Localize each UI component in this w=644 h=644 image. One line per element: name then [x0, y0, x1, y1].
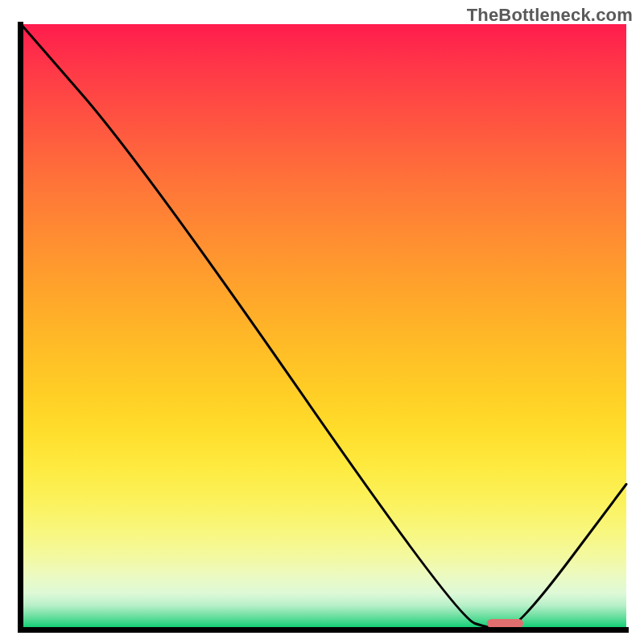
optimal-range-marker — [487, 619, 523, 628]
watermark-text: TheBottleneck.com — [467, 5, 633, 26]
bottleneck-curve-path — [21, 24, 626, 630]
chart-plot-area — [21, 24, 626, 630]
bottleneck-curve-svg — [21, 24, 626, 630]
